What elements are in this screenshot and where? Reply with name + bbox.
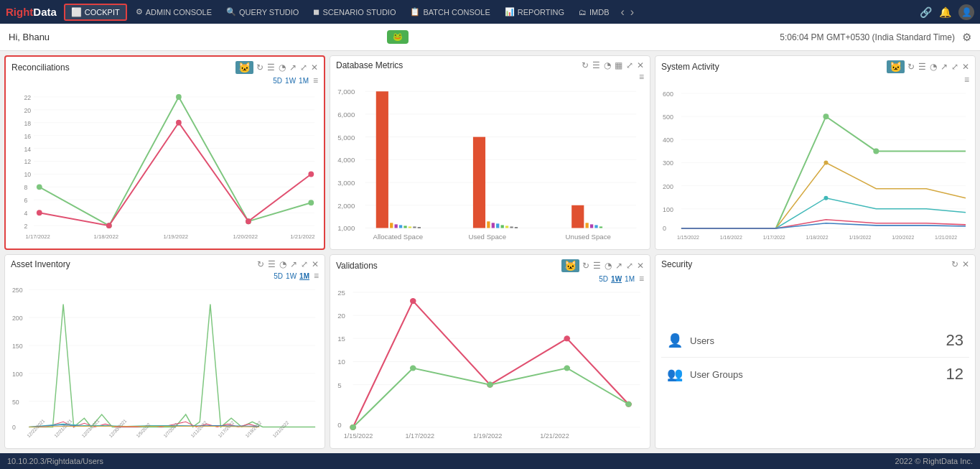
pie-icon[interactable]: ◔ — [605, 261, 612, 271]
pie-icon[interactable]: ◔ — [604, 60, 611, 70]
asset-inventory-title: Asset Inventory — [11, 259, 254, 269]
refresh-icon[interactable]: ↻ — [582, 261, 589, 271]
list-icon[interactable]: ☰ — [918, 62, 926, 72]
svg-point-92 — [823, 196, 828, 200]
svg-point-24 — [176, 94, 182, 100]
filter-1w[interactable]: 1W — [286, 272, 297, 280]
refresh-icon[interactable]: ↻ — [257, 259, 264, 269]
svg-point-143 — [625, 401, 632, 407]
nav-arrow-left[interactable]: ‹ — [620, 6, 624, 19]
nav-admin-label: ADMIN CONSOLE — [146, 8, 212, 17]
trend-icon[interactable]: ↗ — [289, 62, 297, 73]
reconciliations-config-icon[interactable]: 🐱 — [235, 61, 253, 74]
svg-rect-59 — [473, 137, 485, 228]
db-hamburger-icon[interactable]: ≡ — [639, 72, 644, 82]
security-title: Security — [661, 259, 948, 269]
reporting-icon: 📊 — [505, 7, 515, 17]
svg-text:1/18/2022: 1/18/2022 — [806, 235, 829, 240]
nav-batch-console[interactable]: 📋 BATCH CONSOLE — [404, 5, 495, 19]
refresh-icon[interactable]: ↻ — [951, 259, 958, 269]
svg-text:14: 14 — [24, 145, 31, 152]
close-icon[interactable]: ✕ — [637, 261, 644, 271]
pie-icon[interactable]: ◔ — [930, 62, 937, 72]
svg-point-142 — [564, 366, 570, 371]
settings-gear-icon[interactable]: ⚙ — [962, 31, 971, 44]
list-icon[interactable]: ☰ — [268, 259, 276, 269]
filter-1m[interactable]: 1M — [299, 272, 309, 280]
top-navigation: RightData ⬜ COCKPIT ⚙ ADMIN CONSOLE 🔍 QU… — [0, 0, 980, 24]
user-groups-count: 12 — [946, 365, 963, 384]
bell-icon[interactable]: 🔔 — [939, 6, 951, 18]
security-users-row: 👤 Users 23 — [661, 324, 969, 358]
svg-text:1,000: 1,000 — [337, 224, 355, 232]
nav-scenario-studio[interactable]: ◼ SCENARIO STUDIO — [307, 5, 401, 19]
svg-text:0: 0 — [663, 225, 666, 232]
list-icon[interactable]: ☰ — [593, 261, 601, 271]
filter-1m[interactable]: 1M — [625, 275, 635, 283]
refresh-icon[interactable]: ↻ — [256, 62, 263, 73]
link-icon[interactable]: 🔗 — [920, 6, 932, 18]
svg-text:1/21/2022: 1/21/2022 — [935, 235, 957, 240]
system-activity-config-icon[interactable]: 🐱 — [887, 60, 905, 73]
pie-icon[interactable]: ◔ — [279, 62, 286, 73]
svg-point-90 — [873, 148, 879, 154]
svg-text:Allocated Space: Allocated Space — [373, 233, 423, 241]
svg-rect-62 — [496, 223, 499, 228]
trend-icon[interactable]: ↗ — [941, 62, 948, 72]
filter-1m[interactable]: 1M — [299, 77, 309, 85]
list-icon[interactable]: ☰ — [592, 60, 600, 70]
bar-icon[interactable]: ▦ — [615, 60, 622, 70]
frog-badge[interactable]: 🐸 — [387, 30, 409, 44]
trend-icon[interactable]: ↗ — [615, 261, 622, 271]
svg-rect-64 — [505, 226, 508, 228]
validations-config-icon[interactable]: 🐱 — [561, 259, 579, 272]
svg-text:7,000: 7,000 — [337, 88, 355, 96]
security-widget: Security ↻ ✕ 👤 Users 23 👥 User Groups 12 — [655, 254, 976, 449]
nav-cockpit[interactable]: ⬜ COCKPIT — [64, 4, 127, 21]
list-icon[interactable]: ☰ — [267, 62, 275, 73]
expand-icon[interactable]: ⤢ — [626, 60, 633, 70]
expand-icon[interactable]: ⤢ — [301, 259, 308, 269]
sysact-hamburger-icon[interactable]: ≡ — [964, 75, 969, 85]
pie-icon[interactable]: ◔ — [279, 259, 286, 269]
expand-icon[interactable]: ⤢ — [626, 261, 633, 271]
asset-hamburger-icon[interactable]: ≡ — [314, 271, 319, 281]
svg-text:1/15/2022: 1/15/2022 — [677, 235, 699, 240]
refresh-icon[interactable]: ↻ — [582, 60, 589, 70]
close-icon[interactable]: ✕ — [962, 259, 969, 269]
close-icon[interactable]: ✕ — [637, 60, 644, 70]
svg-point-89 — [823, 113, 829, 119]
filter-1w[interactable]: 1W — [611, 275, 622, 283]
svg-point-26 — [308, 200, 314, 205]
nav-reporting[interactable]: 📊 REPORTING — [499, 5, 570, 19]
filter-5d[interactable]: 5D — [599, 275, 608, 283]
reconciliations-header: Reconciliations 🐱 ↻ ☰ ◔ ↗ ⤢ ✕ — [11, 61, 318, 74]
batch-icon: 📋 — [410, 7, 420, 17]
svg-point-141 — [487, 382, 493, 388]
close-icon[interactable]: ✕ — [311, 62, 318, 73]
svg-rect-51 — [376, 91, 388, 228]
close-icon[interactable]: ✕ — [312, 259, 319, 269]
filter-5d[interactable]: 5D — [273, 77, 282, 85]
reconciliations-chart: 22 20 18 16 14 12 10 8 6 4 2 — [11, 87, 318, 244]
hamburger-icon[interactable]: ≡ — [313, 75, 318, 85]
users-label: Users — [690, 335, 946, 346]
svg-text:2: 2 — [24, 223, 27, 230]
trend-icon[interactable]: ↗ — [290, 259, 297, 269]
nav-query-label: QUERY STUDIO — [239, 8, 299, 17]
close-icon[interactable]: ✕ — [962, 62, 969, 72]
nav-arrow-right[interactable]: › — [630, 6, 634, 19]
expand-icon[interactable]: ⤢ — [300, 62, 307, 73]
user-avatar[interactable]: 👤 — [958, 4, 974, 20]
footer-url: 10.10.20.3/Rightdata/Users — [7, 457, 103, 465]
refresh-icon[interactable]: ↻ — [907, 62, 915, 72]
nav-imdb[interactable]: 🗂 IMDB — [573, 6, 615, 19]
svg-text:6,000: 6,000 — [337, 111, 355, 119]
nav-admin-console[interactable]: ⚙ ADMIN CONSOLE — [130, 5, 218, 19]
validations-hamburger-icon[interactable]: ≡ — [639, 274, 644, 284]
filter-1w[interactable]: 1W — [285, 77, 296, 85]
svg-point-29 — [176, 120, 182, 126]
filter-5d[interactable]: 5D — [274, 272, 283, 280]
expand-icon[interactable]: ⤢ — [951, 62, 958, 72]
nav-query-studio[interactable]: 🔍 QUERY STUDIO — [220, 5, 304, 19]
